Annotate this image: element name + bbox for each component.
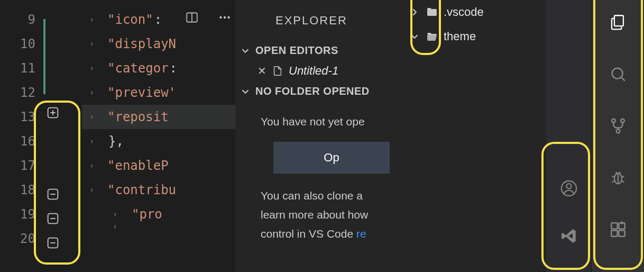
open-editor-label: Untitled-1 — [289, 64, 338, 78]
svg-point-19 — [612, 119, 615, 123]
svg-point-12 — [224, 16, 226, 19]
fold-collapse-icon[interactable] — [45, 235, 61, 251]
fold-gutter — [45, 0, 82, 272]
read-more-link[interactable]: re — [356, 228, 366, 240]
close-icon[interactable]: ✕ — [257, 65, 266, 77]
search-icon[interactable] — [608, 64, 629, 85]
vs-icon[interactable] — [558, 225, 579, 247]
activity-bar — [591, 0, 644, 272]
folder-open-icon — [426, 30, 438, 43]
explorer-panel: EXPLORER OPEN EDITORS ✕ Untitled-1 NO FO… — [235, 0, 404, 272]
more-actions-icon[interactable] — [218, 11, 232, 24]
svg-rect-23 — [611, 223, 617, 229]
fold-collapse-icon[interactable] — [45, 186, 61, 202]
no-folder-body: You have not yet ope Op You can also clo… — [235, 101, 404, 243]
split-editor-icon[interactable] — [185, 11, 199, 24]
open-editor-item[interactable]: ✕ Untitled-1 — [235, 60, 404, 82]
no-folder-header[interactable]: NO FOLDER OPENED — [235, 82, 404, 101]
source-control-icon[interactable] — [608, 115, 629, 137]
folder-tree: .vscode theme — [404, 0, 546, 272]
code-content[interactable]: ›"icon": ›"displayN ›"categor: ›"preview… — [82, 0, 235, 272]
folder-tree-item[interactable]: theme — [404, 24, 546, 49]
open-editors-label: OPEN EDITORS — [255, 44, 338, 57]
explorer-title: EXPLORER — [235, 0, 404, 41]
no-folder-text-2a: You can also clone a — [261, 186, 389, 205]
open-editors-header[interactable]: OPEN EDITORS — [235, 41, 404, 60]
chevron-right-icon — [409, 6, 420, 18]
open-folder-button[interactable]: Op — [273, 142, 390, 174]
line-number-gutter: 9 10 11 12 13 16 17 18 19 20 — [0, 0, 45, 272]
svg-line-18 — [621, 77, 624, 80]
svg-point-21 — [616, 130, 620, 133]
svg-point-13 — [227, 16, 229, 19]
chevron-down-icon — [409, 31, 420, 42]
files-icon[interactable] — [608, 12, 629, 33]
no-folder-text-1: You have not yet ope — [261, 112, 389, 131]
code-editor[interactable]: 9 10 11 12 13 16 17 18 19 20 ›"icon": ›"… — [0, 0, 235, 272]
secondary-activity-strip — [546, 0, 591, 272]
no-folder-text-2b: learn more about how — [261, 205, 389, 224]
account-icon[interactable] — [558, 178, 579, 199]
no-folder-label: NO FOLDER OPENED — [255, 85, 370, 97]
file-icon — [272, 64, 283, 78]
svg-rect-24 — [611, 230, 617, 236]
svg-rect-16 — [614, 15, 623, 26]
folder-name: .vscode — [444, 5, 484, 19]
extensions-icon[interactable] — [608, 219, 629, 240]
svg-rect-25 — [619, 230, 624, 236]
no-folder-text-2c: control in VS Code re — [261, 224, 389, 243]
fold-collapse-icon[interactable] — [45, 211, 61, 226]
bug-icon[interactable] — [608, 167, 629, 188]
svg-point-11 — [219, 16, 222, 19]
fold-expand-icon[interactable] — [45, 105, 61, 121]
folder-icon — [426, 6, 438, 19]
svg-point-17 — [612, 68, 622, 79]
folder-name: theme — [444, 30, 476, 43]
folder-tree-item[interactable]: .vscode — [404, 0, 546, 24]
svg-point-20 — [621, 119, 624, 123]
svg-point-15 — [566, 184, 571, 188]
